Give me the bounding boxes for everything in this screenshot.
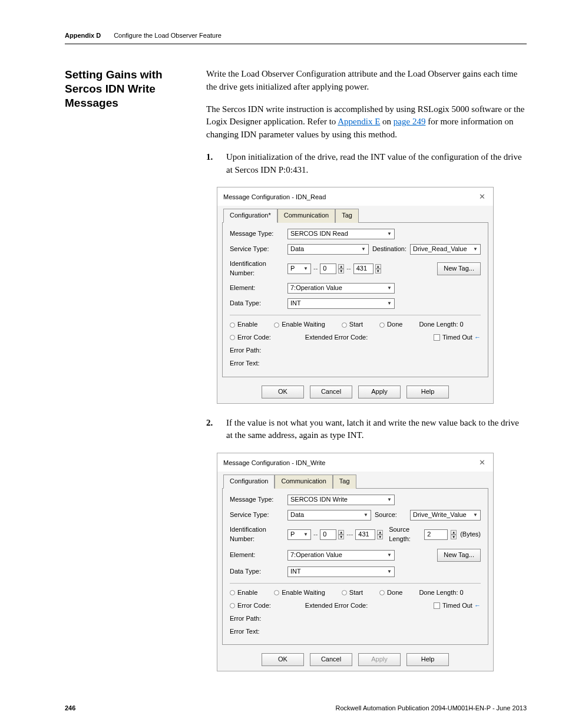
message-type-label: Message Type:: [230, 495, 284, 505]
chevron-down-icon: ▼: [303, 265, 308, 272]
arrow-left-icon: ←: [474, 602, 481, 609]
identification-number-label: Identification Number:: [230, 525, 284, 544]
error-text: Error Text:: [230, 359, 260, 368]
page-249-link[interactable]: page 249: [394, 117, 426, 126]
enable-status: Enable: [230, 588, 257, 598]
intro-paragraph-2: The Sercos IDN write instruction is acco…: [206, 103, 527, 141]
enable-waiting-status: Enable Waiting: [274, 320, 325, 330]
close-icon[interactable]: ✕: [476, 191, 488, 203]
intro-paragraph-1: Write the Load Observer Configuration at…: [206, 68, 527, 94]
tab-tag[interactable]: Tag: [333, 475, 356, 489]
spinner-down-icon[interactable]: ▼: [338, 269, 344, 274]
chevron-down-icon: ▼: [473, 246, 478, 253]
chevron-down-icon: ▼: [361, 246, 366, 253]
timed-out-checkbox[interactable]: Timed Out ←: [434, 333, 481, 342]
service-type-select[interactable]: Data▼: [287, 510, 371, 521]
close-icon[interactable]: ✕: [476, 457, 488, 469]
step-1: 1. Upon initialization of the drive, rea…: [220, 151, 527, 177]
data-type-select[interactable]: INT▼: [287, 566, 395, 577]
data-type-label: Data Type:: [230, 299, 284, 308]
extended-error-code: Extended Error Code:: [305, 333, 368, 342]
done-status: Done: [379, 588, 402, 598]
enable-waiting-status: Enable Waiting: [274, 588, 325, 598]
tab-communication[interactable]: Communication: [277, 209, 335, 223]
new-tag-button[interactable]: New Tag...: [437, 262, 481, 275]
idn-number-spinner[interactable]: 431: [355, 529, 375, 540]
idn-prefix-select[interactable]: P▼: [287, 263, 311, 274]
running-header: Appendix D Configure the Load Observer F…: [65, 29, 527, 44]
service-type-label: Service Type:: [230, 245, 284, 254]
idn-set-spinner[interactable]: 0: [320, 529, 336, 540]
help-button[interactable]: Help: [406, 653, 449, 666]
bytes-label: (Bytes): [460, 530, 481, 539]
spinner-up-icon[interactable]: ▲: [377, 530, 383, 535]
chevron-down-icon: ▼: [363, 512, 368, 519]
cancel-button[interactable]: Cancel: [310, 653, 352, 666]
help-button[interactable]: Help: [406, 386, 449, 398]
service-type-label: Service Type:: [230, 510, 284, 520]
apply-button[interactable]: Apply: [358, 653, 401, 666]
element-label: Element:: [230, 551, 284, 560]
element-select[interactable]: 7:Operation Value▼: [287, 550, 395, 561]
done-length: Done Length: 0: [419, 320, 463, 330]
tab-configuration[interactable]: Configuration: [223, 475, 275, 489]
element-label: Element:: [230, 284, 284, 293]
start-status: Start: [342, 588, 363, 598]
appendix-e-link[interactable]: Appendix E: [338, 117, 380, 126]
ok-button[interactable]: OK: [262, 386, 304, 398]
data-type-select[interactable]: INT▼: [287, 298, 395, 309]
chapter-title: Configure the Load Observer Feature: [114, 32, 222, 39]
message-config-read-dialog: Message Configuration - IDN_Read ✕ Confi…: [217, 187, 494, 403]
source-length-spinner[interactable]: 2: [424, 529, 448, 540]
source-label: Source:: [375, 510, 406, 520]
source-select[interactable]: Drive_Write_Value▼: [410, 510, 481, 521]
step-1-text: Upon initialization of the drive, read t…: [226, 152, 522, 174]
section-heading: Setting Gains with Sercos IDN Write Mess…: [65, 68, 194, 684]
spinner-down-icon[interactable]: ▼: [375, 269, 381, 274]
chevron-down-icon: ▼: [387, 285, 392, 292]
done-length: Done Length: 0: [419, 588, 463, 598]
dialog-title: Message Configuration - IDN_Write: [223, 459, 325, 468]
identification-number-label: Identification Number:: [230, 259, 284, 278]
chevron-down-icon: ▼: [303, 531, 308, 538]
destination-select[interactable]: Drive_Read_Value▼: [410, 244, 481, 255]
new-tag-button[interactable]: New Tag...: [437, 549, 481, 562]
ok-button[interactable]: OK: [262, 653, 304, 666]
chevron-down-icon: ▼: [473, 512, 478, 519]
tab-tag[interactable]: Tag: [335, 209, 359, 223]
message-type-label: Message Type:: [230, 229, 284, 239]
spinner-up-icon[interactable]: ▲: [451, 530, 457, 535]
message-type-select[interactable]: SERCOS IDN Write▼: [287, 495, 395, 505]
idn-number-spinner[interactable]: 431: [353, 263, 373, 274]
spinner-down-icon[interactable]: ▼: [338, 535, 344, 539]
message-config-write-dialog: Message Configuration - IDN_Write ✕ Conf…: [217, 453, 494, 671]
step-1-number: 1.: [206, 151, 213, 164]
destination-label: Destination:: [372, 245, 406, 254]
service-type-select[interactable]: Data▼: [287, 244, 369, 255]
timed-out-checkbox[interactable]: Timed Out ←: [434, 601, 481, 611]
message-type-select[interactable]: SERCOS IDN Read▼: [287, 229, 395, 239]
spinner-up-icon[interactable]: ▲: [338, 530, 344, 535]
apply-button[interactable]: Apply: [358, 386, 401, 398]
idn-set-spinner[interactable]: 0: [320, 263, 336, 274]
tab-configuration[interactable]: Configuration*: [223, 209, 277, 223]
spinner-up-icon[interactable]: ▲: [338, 264, 344, 269]
chevron-down-icon: ▼: [387, 568, 392, 575]
tab-communication[interactable]: Communication: [275, 475, 332, 489]
error-code-status: Error Code:: [230, 601, 271, 611]
element-select[interactable]: 7:Operation Value▼: [287, 283, 395, 294]
dialog-title: Message Configuration - IDN_Read: [223, 193, 326, 202]
page-number: 246: [65, 704, 75, 711]
error-text: Error Text:: [230, 627, 260, 637]
chevron-down-icon: ▼: [387, 552, 392, 559]
data-type-label: Data Type:: [230, 567, 284, 577]
idn-prefix-select[interactable]: P▼: [287, 529, 311, 540]
arrow-left-icon: ←: [474, 334, 481, 341]
chevron-down-icon: ▼: [387, 300, 392, 307]
spinner-down-icon[interactable]: ▼: [451, 535, 457, 539]
spinner-up-icon[interactable]: ▲: [375, 264, 381, 269]
cancel-button[interactable]: Cancel: [310, 386, 352, 398]
spinner-down-icon[interactable]: ▼: [377, 535, 383, 539]
error-path: Error Path:: [230, 346, 261, 355]
page-footer: 246 Rockwell Automation Publication 2094…: [65, 704, 527, 711]
